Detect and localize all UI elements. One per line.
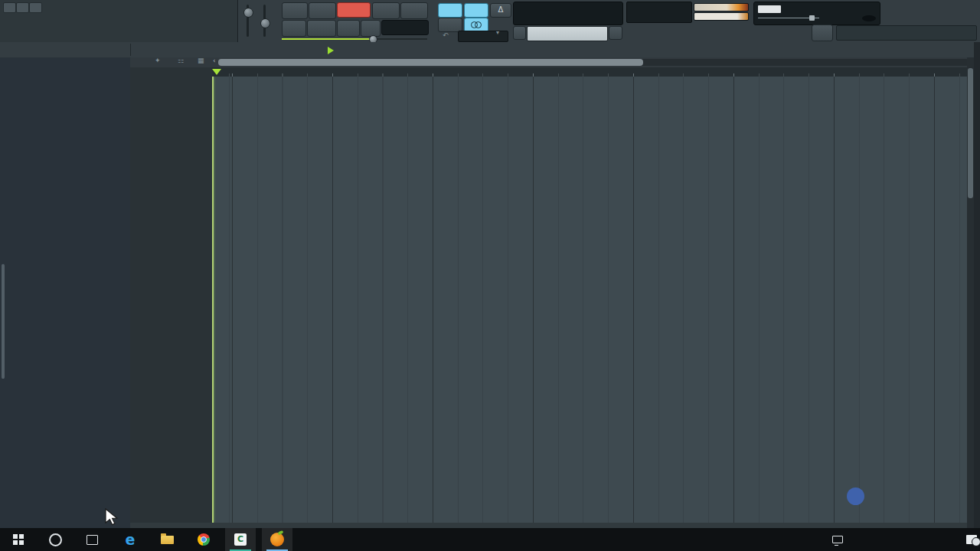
title-panel (0, 0, 238, 42)
song-loop-button[interactable] (282, 20, 306, 37)
pause-button[interactable] (307, 20, 336, 37)
chrome-button[interactable] (188, 528, 219, 551)
fl-studio-icon (270, 533, 284, 546)
playlist-grid[interactable] (212, 77, 967, 523)
panel-minimize-button[interactable] (939, 45, 949, 54)
top-bar: Δ ↶ ▾ (0, 0, 980, 43)
scroll-left-icon[interactable]: ‹ (213, 57, 216, 64)
horizontal-scrollbar[interactable] (218, 59, 969, 66)
playlist-tab-auto-icon[interactable]: ⚏ (178, 57, 184, 64)
metronome-2-icon: Δ (498, 5, 504, 14)
playlist-tab-pattern-icon[interactable]: ▦ (198, 57, 204, 64)
browser-tab-icons (0, 57, 130, 68)
tempo-display[interactable] (381, 20, 429, 35)
language-indicator[interactable] (879, 528, 906, 551)
notification-icon (966, 535, 977, 544)
window-maximize-button[interactable] (16, 2, 29, 13)
panel-maximize-button[interactable] (951, 45, 962, 54)
vertical-scrollbar[interactable] (967, 57, 974, 528)
chrome-icon (198, 533, 210, 546)
wait-input-button[interactable] (372, 2, 400, 19)
pitch-knob[interactable] (260, 18, 270, 28)
secondary-toolbar (0, 42, 980, 58)
mic-button[interactable] (928, 5, 946, 21)
fl-studio-window: Δ ↶ ▾ (0, 0, 980, 551)
hint-bar[interactable] (836, 25, 977, 41)
playhead-line (212, 77, 214, 523)
metronome-button[interactable] (309, 2, 336, 19)
typing-keyboard-button[interactable] (438, 3, 462, 18)
playlist-speaker-icon (328, 47, 338, 54)
explorer-button[interactable] (152, 528, 182, 551)
browser-scrollbar[interactable] (2, 264, 5, 379)
camtasia-button[interactable]: C (225, 528, 256, 551)
tray-chevron[interactable] (805, 528, 824, 551)
task-view-icon (87, 535, 98, 545)
task-view-button[interactable] (77, 528, 107, 551)
cpu-graph-handle[interactable] (809, 15, 815, 21)
edge-button[interactable]: e (115, 528, 145, 551)
countdown-display[interactable] (337, 2, 371, 18)
network-tray-button[interactable] (828, 528, 847, 551)
track-headers (130, 77, 212, 523)
browser-panel (0, 57, 131, 528)
metronome-2-button[interactable]: Δ (490, 3, 511, 18)
cut-button[interactable] (906, 5, 925, 21)
cpu-box (758, 5, 781, 13)
overdub-button[interactable] (282, 2, 308, 19)
explorer-icon (161, 536, 174, 544)
action-center-button[interactable] (963, 528, 980, 551)
fl-studio-button[interactable] (262, 528, 292, 551)
time-display[interactable] (513, 2, 623, 25)
facebook-icon (847, 487, 864, 505)
window-close-button[interactable] (29, 2, 42, 13)
link-icon (475, 21, 482, 28)
window-minimize-button[interactable] (3, 2, 16, 13)
stats-panel (753, 2, 880, 25)
playlist-scroll-row: ✦ ⚏ ▦ ‹ (130, 57, 980, 67)
slider-fill (282, 38, 372, 40)
memory-meter (694, 12, 749, 21)
undo-mini-icon[interactable]: ↶ (443, 31, 449, 39)
network-icon (832, 536, 843, 543)
undo-button[interactable] (885, 5, 903, 21)
vertical-scroll-thumb[interactable] (968, 68, 973, 198)
playlist-tab-wave-icon[interactable]: ✦ (155, 57, 161, 64)
horizontal-scroll-thumb[interactable] (218, 59, 643, 66)
facebook-watermark (847, 487, 869, 505)
browser-tree (0, 67, 130, 528)
pattern-prev-button[interactable] (513, 26, 526, 40)
cortana-button[interactable] (40, 528, 70, 551)
camtasia-icon: C (234, 533, 247, 546)
start-button[interactable] (3, 528, 34, 551)
notification-badge (972, 537, 980, 546)
volume-knob[interactable] (243, 8, 253, 18)
record-button[interactable] (361, 20, 381, 37)
main-volume-slider[interactable] (247, 5, 249, 37)
pattern-field[interactable] (527, 26, 608, 41)
mouse-cursor (104, 508, 121, 527)
volume-tray-button[interactable] (851, 528, 873, 551)
cpu-meter (694, 3, 749, 11)
chevron-down-icon[interactable]: ▾ (496, 29, 499, 36)
cortana-icon (49, 533, 62, 546)
clock[interactable] (910, 528, 965, 551)
loop-record-button[interactable] (400, 2, 428, 19)
link-target-selector[interactable] (458, 31, 508, 42)
pattern-add-button[interactable] (609, 26, 622, 40)
main-pitch-slider[interactable] (263, 5, 266, 37)
pattern-selector (513, 26, 622, 40)
playlist-bottom-strip (130, 523, 967, 528)
eye-icon[interactable] (862, 15, 876, 21)
step-edit-button[interactable] (464, 3, 488, 18)
windows-logo-icon (13, 534, 24, 545)
stop-button[interactable] (337, 20, 360, 37)
shuffle-slider[interactable] (282, 38, 427, 40)
divider (130, 44, 131, 56)
help-button[interactable] (949, 5, 968, 21)
oscilloscope[interactable] (626, 2, 692, 23)
download-button[interactable] (812, 24, 833, 41)
windows-taskbar: e C (0, 528, 980, 551)
edge-icon: e (126, 531, 136, 548)
panel-close-button[interactable] (963, 45, 974, 54)
